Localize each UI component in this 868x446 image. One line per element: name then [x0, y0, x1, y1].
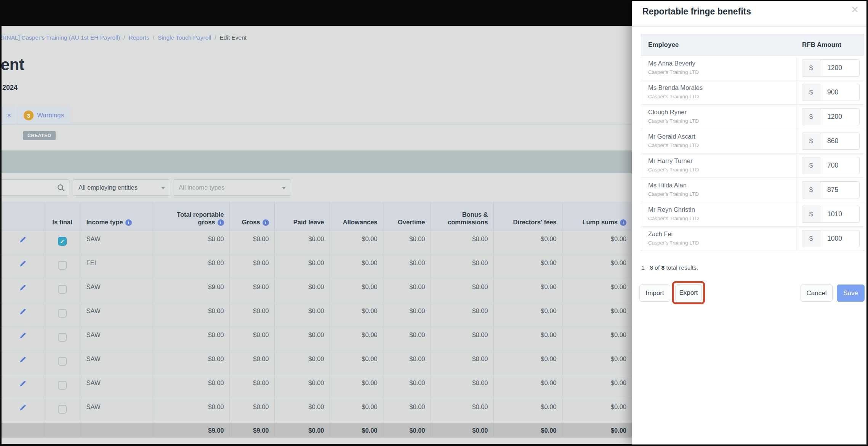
- edit-pencil-icon[interactable]: [19, 262, 26, 269]
- is-final-checkbox[interactable]: [58, 285, 67, 294]
- search-input[interactable]: [2, 181, 56, 194]
- employee-cell: Mr Harry TurnerCasper's Training LTD: [641, 153, 796, 177]
- rfb-amount-input[interactable]: [820, 133, 860, 150]
- amount-cell: $0.00: [153, 351, 229, 375]
- info-icon[interactable]: i: [125, 219, 132, 226]
- amount-cell: $0.00: [431, 303, 493, 327]
- rfb-amount-input[interactable]: [820, 206, 860, 223]
- rfb-row: Mr Harry TurnerCasper's Training LTD$: [641, 153, 864, 177]
- rfb-amount-cell: $: [796, 178, 864, 202]
- rfb-amount-input[interactable]: [820, 84, 860, 101]
- edit-pencil-icon[interactable]: [19, 382, 26, 388]
- info-icon[interactable]: i: [620, 219, 626, 226]
- is-final-checkbox[interactable]: [58, 333, 67, 342]
- export-highlight-annotation: Export: [672, 281, 705, 304]
- currency-addon: $: [802, 181, 820, 198]
- edit-pencil-icon[interactable]: [19, 286, 26, 293]
- rfb-amount-group: $: [802, 181, 860, 198]
- rfb-table-rows: Ms Anna BeverlyCasper's Training LTD$Ms …: [641, 56, 864, 251]
- rfb-row: Ms Hilda AlanCasper's Training LTD$: [641, 177, 864, 202]
- income-type-cell: FEI: [81, 255, 153, 279]
- totals-amount-cell: $0.00: [493, 423, 562, 438]
- employee-name: Ms Brenda Morales: [648, 84, 796, 91]
- rfb-amount-input[interactable]: [820, 230, 860, 247]
- edit-pencil-icon[interactable]: [19, 238, 26, 245]
- is-final-checkbox[interactable]: [58, 357, 67, 366]
- rfb-amount-cell: $: [796, 129, 864, 153]
- breadcrumb-link[interactable]: Single Touch Payroll: [158, 34, 211, 41]
- rfb-amount-group: $: [802, 206, 860, 223]
- is-final-checkbox[interactable]: [58, 405, 67, 414]
- column-label: Gross: [242, 219, 260, 225]
- pagination-total: 8: [661, 264, 665, 271]
- edit-pencil-icon[interactable]: [19, 406, 26, 412]
- table-row: SAW$0.00$0.00$0.00$0.00$0.00$0.00$0.00$0…: [2, 303, 632, 327]
- tab-warnings-label: Warnings: [37, 112, 64, 119]
- amount-cell: $0.00: [562, 351, 632, 375]
- is-final-cell: [44, 375, 81, 399]
- is-final-checkbox[interactable]: [58, 381, 67, 390]
- employee-cell: Ms Hilda AlanCasper's Training LTD: [641, 178, 796, 202]
- search-box[interactable]: [2, 179, 69, 196]
- amount-cell: $0.00: [274, 351, 330, 375]
- rfb-amount-group: $: [802, 59, 860, 77]
- info-icon[interactable]: i: [263, 219, 269, 226]
- rfb-row: Ms Anna BeverlyCasper's Training LTD$: [641, 56, 864, 80]
- totals-amount-cell: $9.00: [229, 423, 274, 438]
- employee-company: Casper's Training LTD: [648, 191, 796, 197]
- edit-pencil-icon[interactable]: [19, 334, 26, 340]
- rfb-amount-input[interactable]: [820, 181, 860, 198]
- rfb-amount-input[interactable]: [820, 108, 860, 125]
- employee-cell: Clough RynerCasper's Training LTD: [641, 105, 796, 129]
- table-row: SAW$9.00$9.00$0.00$0.00$0.00$0.00$0.00$0…: [2, 279, 632, 303]
- page-title: ent: [2, 56, 24, 74]
- amount-cell: $0.00: [431, 231, 493, 255]
- info-icon[interactable]: i: [218, 219, 224, 226]
- close-icon[interactable]: ✕: [851, 5, 859, 14]
- employing-entities-select[interactable]: All employing entities: [73, 179, 170, 196]
- stp-table-body: ✓SAW$0.00$0.00$0.00$0.00$0.00$0.00$0.00$…: [2, 231, 632, 423]
- amount-cell: $0.00: [153, 399, 229, 423]
- is-final-checkbox[interactable]: [58, 261, 67, 270]
- totals-amount-cell: $0.00: [330, 423, 383, 438]
- breadcrumb-link[interactable]: Reports: [128, 34, 149, 41]
- edit-pencil-icon[interactable]: [19, 310, 26, 317]
- amount-cell: $0.00: [274, 255, 330, 279]
- amount-cell: $0.00: [153, 375, 229, 399]
- edit-pencil-icon[interactable]: [19, 358, 26, 364]
- is-final-checkbox[interactable]: [58, 309, 67, 318]
- breadcrumb-link[interactable]: ERNAL] Casper's Training (AU 1st EH Payr…: [2, 34, 120, 41]
- table-row: SAW$0.00$0.00$0.00$0.00$0.00$0.00$0.00$0…: [2, 327, 632, 351]
- column-label: Bonus & commissions: [448, 211, 488, 226]
- currency-addon: $: [802, 108, 820, 125]
- employee-name: Clough Ryner: [648, 109, 796, 116]
- tab-warnings[interactable]: 3 Warnings: [17, 106, 71, 125]
- edit-cell: [2, 303, 44, 327]
- amount-cell: $9.00: [153, 279, 229, 303]
- is-final-cell: [44, 255, 81, 279]
- tab-partial[interactable]: s: [2, 106, 15, 125]
- amount-cell: $0.00: [330, 351, 383, 375]
- is-final-checkbox[interactable]: ✓: [58, 237, 67, 246]
- is-final-cell: [44, 303, 81, 327]
- rfb-amount-input[interactable]: [820, 157, 860, 174]
- stp-table: Is finalIncome typeiTotal reportable gro…: [2, 202, 632, 438]
- rfb-amount-input[interactable]: [820, 59, 860, 77]
- chevron-down-icon: [282, 187, 286, 189]
- amount-cell: $0.00: [431, 375, 493, 399]
- income-types-select[interactable]: All income types: [173, 179, 291, 196]
- employee-name: Zach Fei: [648, 230, 796, 238]
- import-button[interactable]: Import: [639, 285, 670, 302]
- rfb-table: Employee RFB Amount Ms Anna BeverlyCaspe…: [641, 34, 864, 251]
- cancel-button[interactable]: Cancel: [801, 285, 833, 302]
- is-final-cell: ✓: [44, 231, 81, 255]
- rfb-row: Ms Brenda MoralesCasper's Training LTD$: [641, 80, 864, 104]
- table-row: SAW$0.00$0.00$0.00$0.00$0.00$0.00$0.00$0…: [2, 351, 632, 375]
- amount-cell: $0.00: [431, 399, 493, 423]
- income-type-cell: SAW: [81, 375, 153, 399]
- totals-amount-cell: $0.00: [274, 423, 330, 438]
- save-button[interactable]: Save: [837, 285, 865, 302]
- export-button[interactable]: Export: [675, 284, 702, 301]
- currency-addon: $: [802, 230, 820, 247]
- edit-cell: [2, 399, 44, 423]
